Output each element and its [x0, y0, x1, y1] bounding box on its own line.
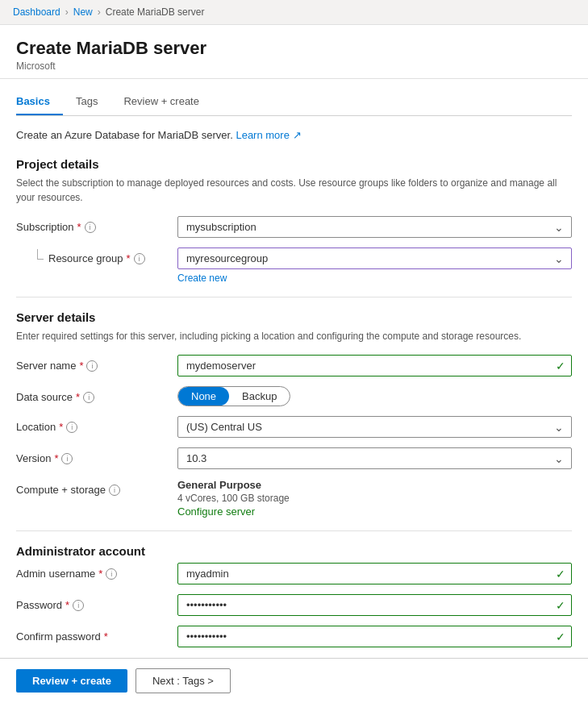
compute-details: 4 vCores, 100 GB storage — [177, 493, 572, 504]
tab-review-create[interactable]: Review + create — [123, 89, 212, 115]
create-new-link[interactable]: Create new — [177, 272, 572, 284]
compute-storage-label: Compute + storage i — [16, 479, 177, 496]
admin-username-label: Admin username * i — [16, 563, 177, 580]
confirm-password-row: Confirm password * ✓ — [16, 626, 572, 647]
password-input-wrapper: ✓ — [177, 594, 572, 616]
confirm-password-check-icon: ✓ — [556, 630, 565, 643]
version-info-icon[interactable]: i — [61, 453, 73, 464]
confirm-password-control: ✓ — [177, 626, 572, 647]
admin-username-row: Admin username * i ✓ — [16, 563, 572, 584]
location-control: (US) Central US — [177, 416, 572, 438]
password-control: ✓ — [177, 594, 572, 616]
password-info-icon[interactable]: i — [73, 600, 84, 611]
subscription-select-wrapper: mysubscription — [177, 216, 572, 238]
location-required: * — [59, 421, 63, 433]
compute-storage-control: General Purpose 4 vCores, 100 GB storage… — [177, 479, 572, 518]
configure-server-link[interactable]: Configure server — [177, 505, 255, 518]
server-name-check-icon: ✓ — [556, 360, 565, 372]
location-label: Location * i — [16, 416, 177, 433]
password-label: Password * i — [16, 594, 177, 611]
confirm-password-input[interactable] — [177, 626, 572, 647]
resource-group-select[interactable]: myresourcegroup — [177, 248, 572, 269]
location-info-icon[interactable]: i — [66, 422, 77, 433]
admin-username-control: ✓ — [177, 563, 572, 584]
page-subtitle: Microsoft — [16, 60, 572, 72]
server-name-label: Server name * i — [16, 355, 177, 372]
subscription-required: * — [77, 221, 81, 233]
admin-username-input[interactable] — [177, 563, 572, 584]
data-source-backup-btn[interactable]: Backup — [229, 387, 290, 406]
data-source-row: Data source * i None Backup — [16, 386, 572, 406]
server-details-section: Server details Enter required settings f… — [16, 310, 572, 518]
admin-account-title: Administrator account — [16, 544, 572, 558]
breadcrumb: Dashboard › New › Create MariaDB server — [0, 0, 588, 25]
data-source-toggle-group: None Backup — [177, 386, 290, 406]
page-header: Create MariaDB server Microsoft — [0, 25, 588, 79]
data-source-required: * — [76, 391, 80, 403]
admin-username-check-icon: ✓ — [556, 568, 565, 580]
data-source-none-btn[interactable]: None — [178, 387, 229, 406]
section-divider-2 — [16, 530, 572, 531]
subscription-info-icon[interactable]: i — [85, 222, 96, 233]
data-source-info-icon[interactable]: i — [83, 392, 94, 403]
subscription-select[interactable]: mysubscription — [177, 216, 572, 238]
resource-group-label: Resource group * i — [16, 248, 177, 264]
compute-storage-row: Compute + storage i General Purpose 4 vC… — [16, 479, 572, 518]
location-row: Location * i (US) Central US — [16, 416, 572, 438]
password-input[interactable] — [177, 594, 572, 616]
server-name-required: * — [79, 360, 83, 372]
server-details-desc: Enter required settings for this server,… — [16, 329, 572, 343]
server-name-info-icon[interactable]: i — [86, 360, 98, 372]
compute-storage-info-icon[interactable]: i — [109, 485, 120, 496]
project-details-section: Project details Select the subscription … — [16, 157, 572, 284]
resource-group-required: * — [127, 252, 131, 264]
server-name-input[interactable] — [177, 355, 572, 376]
subscription-control: mysubscription — [177, 216, 572, 238]
location-select-wrapper: (US) Central US — [177, 416, 572, 438]
compute-info: General Purpose 4 vCores, 100 GB storage… — [177, 479, 572, 518]
section-divider-1 — [16, 297, 572, 297]
intro-text: Create an Azure Database for MariaDB ser… — [16, 129, 572, 141]
version-select-wrapper: 10.3 — [177, 447, 572, 469]
breadcrumb-current: Create MariaDB server — [106, 6, 205, 18]
version-required: * — [54, 452, 58, 464]
resource-group-info-icon[interactable]: i — [134, 253, 145, 264]
breadcrumb-dashboard[interactable]: Dashboard — [13, 6, 60, 18]
admin-username-info-icon[interactable]: i — [106, 568, 117, 580]
breadcrumb-new[interactable]: New — [73, 6, 93, 18]
version-control: 10.3 — [177, 447, 572, 469]
data-source-label: Data source * i — [16, 386, 177, 403]
next-tags-button[interactable]: Next : Tags > — [136, 668, 231, 693]
confirm-password-label: Confirm password * — [16, 626, 177, 643]
review-create-button[interactable]: Review + create — [16, 669, 127, 693]
breadcrumb-sep-1: › — [65, 6, 69, 18]
confirm-password-input-wrapper: ✓ — [177, 626, 572, 647]
password-row: Password * i ✓ — [16, 594, 572, 616]
server-name-row: Server name * i ✓ — [16, 355, 572, 376]
server-details-title: Server details — [16, 310, 572, 324]
password-check-icon: ✓ — [556, 599, 565, 612]
compute-tier: General Purpose — [177, 479, 572, 491]
tab-tags[interactable]: Tags — [76, 89, 111, 115]
resource-group-control: myresourcegroup Create new — [177, 248, 572, 284]
version-select[interactable]: 10.3 — [177, 447, 572, 469]
tab-bar: Basics Tags Review + create — [16, 79, 572, 116]
resource-group-row: Resource group * i myresourcegroup Creat… — [16, 248, 572, 284]
server-name-input-wrapper: ✓ — [177, 355, 572, 376]
subscription-label: Subscription * i — [16, 216, 177, 233]
data-source-control: None Backup — [177, 386, 572, 406]
admin-username-input-wrapper: ✓ — [177, 563, 572, 584]
password-required: * — [65, 599, 69, 611]
tab-basics[interactable]: Basics — [16, 89, 63, 115]
server-name-control: ✓ — [177, 355, 572, 376]
bottom-bar: Review + create Next : Tags > — [0, 658, 588, 703]
subscription-row: Subscription * i mysubscription — [16, 216, 572, 238]
learn-more-link[interactable]: Learn more ↗ — [236, 129, 301, 141]
version-row: Version * i 10.3 — [16, 447, 572, 469]
page-title: Create MariaDB server — [16, 38, 572, 59]
location-select[interactable]: (US) Central US — [177, 416, 572, 438]
resource-group-select-wrapper: myresourcegroup — [177, 248, 572, 269]
admin-username-required: * — [98, 568, 102, 580]
breadcrumb-sep-2: › — [98, 6, 101, 18]
project-details-title: Project details — [16, 157, 572, 171]
